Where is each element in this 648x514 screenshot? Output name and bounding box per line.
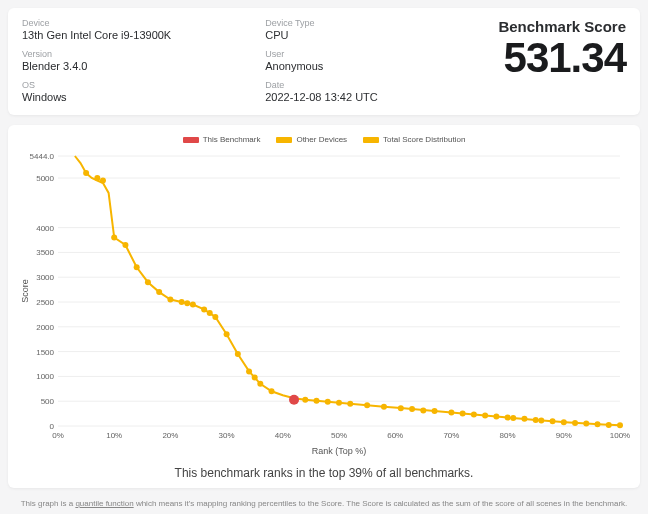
score-value: 531.34 <box>498 37 626 79</box>
svg-point-75 <box>533 417 539 423</box>
svg-text:90%: 90% <box>556 431 572 440</box>
svg-text:100%: 100% <box>610 431 630 440</box>
svg-text:50%: 50% <box>331 431 347 440</box>
svg-point-64 <box>409 406 415 412</box>
svg-text:3000: 3000 <box>36 273 54 282</box>
svg-point-42 <box>156 289 162 295</box>
svg-point-84 <box>289 395 299 405</box>
svg-point-77 <box>550 418 556 424</box>
svg-point-65 <box>420 407 426 413</box>
svg-text:500: 500 <box>41 397 55 406</box>
svg-text:70%: 70% <box>443 431 459 440</box>
score-block: Benchmark Score 531.34 <box>488 18 626 103</box>
svg-point-39 <box>122 242 128 248</box>
svg-point-60 <box>347 401 353 407</box>
svg-text:2000: 2000 <box>36 323 54 332</box>
svg-point-80 <box>583 421 589 427</box>
svg-point-48 <box>207 310 213 316</box>
svg-point-76 <box>538 418 544 424</box>
svg-point-66 <box>432 408 438 414</box>
svg-point-59 <box>336 400 342 406</box>
svg-point-41 <box>145 279 151 285</box>
svg-point-51 <box>235 351 241 357</box>
svg-point-35 <box>83 170 89 176</box>
legend-this: This Benchmark <box>183 135 261 144</box>
svg-point-67 <box>448 410 454 416</box>
meta-date: Date 2022-12-08 13:42 UTC <box>265 80 488 103</box>
svg-point-68 <box>460 411 466 417</box>
svg-text:10%: 10% <box>106 431 122 440</box>
svg-point-55 <box>269 388 275 394</box>
svg-text:1500: 1500 <box>36 348 54 357</box>
svg-point-74 <box>521 416 527 422</box>
rank-text: This benchmark ranks in the top 39% of a… <box>16 466 632 480</box>
svg-text:20%: 20% <box>162 431 178 440</box>
svg-text:3500: 3500 <box>36 248 54 257</box>
svg-point-81 <box>595 421 601 427</box>
meta-grid: Device 13th Gen Intel Core i9-13900K Dev… <box>22 18 488 103</box>
svg-point-49 <box>212 314 218 320</box>
svg-point-72 <box>505 415 511 421</box>
svg-text:5444.0: 5444.0 <box>30 152 55 161</box>
svg-text:5000: 5000 <box>36 174 54 183</box>
svg-point-62 <box>381 404 387 410</box>
svg-point-79 <box>572 420 578 426</box>
svg-text:60%: 60% <box>387 431 403 440</box>
svg-text:0: 0 <box>50 422 55 431</box>
header-card: Device 13th Gen Intel Core i9-13900K Dev… <box>8 8 640 115</box>
svg-text:Score: Score <box>20 279 30 303</box>
svg-point-78 <box>561 419 567 425</box>
svg-point-45 <box>184 300 190 306</box>
svg-point-83 <box>617 422 623 428</box>
chart-legend: This Benchmark Other Devices Total Score… <box>16 135 632 144</box>
svg-text:40%: 40% <box>275 431 291 440</box>
svg-point-54 <box>257 381 263 387</box>
svg-point-63 <box>398 405 404 411</box>
svg-point-58 <box>325 399 331 405</box>
svg-point-40 <box>134 264 140 270</box>
footnote: This graph is a quantile function which … <box>8 498 640 509</box>
svg-point-53 <box>252 374 258 380</box>
svg-point-82 <box>606 422 612 428</box>
legend-dist: Total Score Distribution <box>363 135 465 144</box>
score-title: Benchmark Score <box>498 18 626 35</box>
legend-other: Other Devices <box>276 135 347 144</box>
svg-point-44 <box>179 299 185 305</box>
svg-text:0%: 0% <box>52 431 64 440</box>
svg-point-70 <box>482 413 488 419</box>
svg-point-57 <box>314 398 320 404</box>
meta-device-type: Device Type CPU <box>265 18 488 41</box>
svg-point-56 <box>302 397 308 403</box>
svg-text:Rank (Top %): Rank (Top %) <box>312 446 367 456</box>
meta-user: User Anonymous <box>265 49 488 72</box>
svg-point-50 <box>224 331 230 337</box>
svg-point-71 <box>493 414 499 420</box>
svg-text:1000: 1000 <box>36 372 54 381</box>
svg-point-36 <box>94 175 100 181</box>
svg-point-38 <box>111 235 117 241</box>
score-distribution-chart: 0500100015002000250030003500400050005444… <box>16 148 630 458</box>
chart-wrap: 0500100015002000250030003500400050005444… <box>16 148 632 458</box>
quantile-link[interactable]: quantile function <box>75 499 133 508</box>
chart-card: This Benchmark Other Devices Total Score… <box>8 125 640 488</box>
svg-point-69 <box>471 411 477 417</box>
svg-point-46 <box>190 301 196 307</box>
svg-point-37 <box>100 178 106 184</box>
svg-point-43 <box>167 297 173 303</box>
svg-point-52 <box>246 368 252 374</box>
svg-point-47 <box>201 306 207 312</box>
meta-version: Version Blender 3.4.0 <box>22 49 245 72</box>
svg-point-73 <box>510 415 516 421</box>
meta-device: Device 13th Gen Intel Core i9-13900K <box>22 18 245 41</box>
meta-os: OS Windows <box>22 80 245 103</box>
svg-text:2500: 2500 <box>36 298 54 307</box>
svg-text:30%: 30% <box>219 431 235 440</box>
svg-text:80%: 80% <box>500 431 516 440</box>
svg-point-61 <box>364 402 370 408</box>
svg-text:4000: 4000 <box>36 224 54 233</box>
